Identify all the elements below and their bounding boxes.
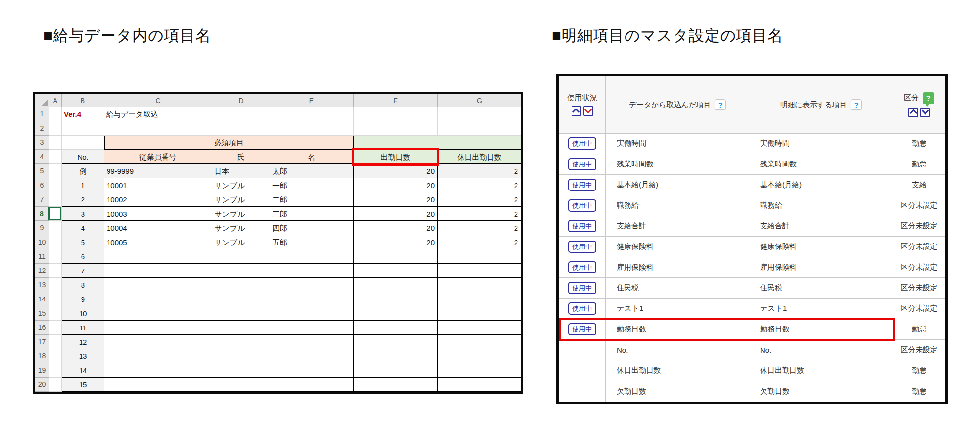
cell-A13[interactable] <box>49 278 62 292</box>
cell-E16[interactable] <box>270 321 354 335</box>
cell-C13[interactable] <box>104 278 212 292</box>
cell-A9[interactable] <box>49 221 62 235</box>
cell-C15[interactable] <box>104 306 212 321</box>
cell-A6[interactable] <box>49 178 62 192</box>
row-header-20[interactable]: 20 <box>35 378 49 392</box>
cell-D20[interactable] <box>212 378 270 392</box>
cell-A17[interactable] <box>49 335 62 349</box>
column-header-F[interactable]: F <box>354 94 438 107</box>
cell-F4-header-attendance-days[interactable]: 出勤日数 <box>354 150 438 164</box>
row-header-12[interactable]: 12 <box>35 264 49 278</box>
cell-B1-version[interactable]: Ver.4 <box>62 107 104 121</box>
cell-B17[interactable]: 12 <box>62 335 104 349</box>
cell-F10[interactable]: 20 <box>354 235 438 249</box>
cell-E12[interactable] <box>270 264 354 278</box>
cell-F18[interactable] <box>354 349 438 363</box>
in-use-button[interactable]: 使用中 <box>568 199 596 212</box>
cell-G17[interactable] <box>438 335 521 349</box>
cell-E11[interactable] <box>270 249 354 264</box>
cell-B10[interactable]: 5 <box>62 235 104 249</box>
cell-E13[interactable] <box>270 278 354 292</box>
cell-C20[interactable] <box>104 378 212 392</box>
cell-C14[interactable] <box>104 292 212 306</box>
row-header-9[interactable]: 9 <box>35 221 49 235</box>
in-use-button[interactable]: 使用中 <box>568 137 596 150</box>
cell-F16[interactable] <box>354 321 438 335</box>
cell-D16[interactable] <box>212 321 270 335</box>
column-header-A[interactable]: A <box>49 94 62 107</box>
cell-D1[interactable] <box>212 107 270 121</box>
cell-A14[interactable] <box>49 292 62 306</box>
cell-E15[interactable] <box>270 306 354 321</box>
cell-A1[interactable] <box>49 107 62 121</box>
cell-D11[interactable] <box>212 249 270 264</box>
cell-G1[interactable] <box>438 107 521 121</box>
cell-B16[interactable]: 11 <box>62 321 104 335</box>
cell-D14[interactable] <box>212 292 270 306</box>
cell-D2[interactable] <box>212 121 270 136</box>
select-all-corner[interactable] <box>35 94 49 107</box>
cell-E17[interactable] <box>270 335 354 349</box>
row-header-8[interactable]: 8 <box>35 207 49 221</box>
cell-E1[interactable] <box>270 107 354 121</box>
cell-A20[interactable] <box>49 378 62 392</box>
help-icon[interactable]: ? <box>715 99 726 110</box>
cell-D9[interactable]: サンプル <box>212 221 270 235</box>
cell-G7[interactable]: 2 <box>438 192 521 207</box>
cell-F2[interactable] <box>354 121 438 136</box>
cell-E20[interactable] <box>270 378 354 392</box>
cell-G14[interactable] <box>438 292 521 306</box>
cell-G19[interactable] <box>438 363 521 378</box>
row-header-4[interactable]: 4 <box>35 150 49 164</box>
cell-A18[interactable] <box>49 349 62 363</box>
cell-E9[interactable]: 四郎 <box>270 221 354 235</box>
cell-A7[interactable] <box>49 192 62 207</box>
cell-C19[interactable] <box>104 363 212 378</box>
cell-F6[interactable]: 20 <box>354 178 438 192</box>
row-header-13[interactable]: 13 <box>35 278 49 292</box>
cell-G11[interactable] <box>438 249 521 264</box>
cell-G15[interactable] <box>438 306 521 321</box>
cell-D15[interactable] <box>212 306 270 321</box>
cell-B4-header-no[interactable]: No. <box>62 150 104 164</box>
cell-B12[interactable]: 7 <box>62 264 104 278</box>
column-header-G[interactable]: G <box>438 94 521 107</box>
cell-D17[interactable] <box>212 335 270 349</box>
cell-B3[interactable] <box>62 136 104 150</box>
cell-C2[interactable] <box>104 121 212 136</box>
cell-C10[interactable]: 10005 <box>104 235 212 249</box>
row-header-11[interactable]: 11 <box>35 249 49 264</box>
cell-A4[interactable] <box>49 150 62 164</box>
row-header-10[interactable]: 10 <box>35 235 49 249</box>
column-header-B[interactable]: B <box>62 94 104 107</box>
cell-C16[interactable] <box>104 321 212 335</box>
cell-G18[interactable] <box>438 349 521 363</box>
cell-F19[interactable] <box>354 363 438 378</box>
cell-A3[interactable] <box>49 136 62 150</box>
cell-G8[interactable]: 2 <box>438 207 521 221</box>
cell-D6[interactable]: サンプル <box>212 178 270 192</box>
cell-F20[interactable] <box>354 378 438 392</box>
cell-F8[interactable]: 20 <box>354 207 438 221</box>
cell-F11[interactable] <box>354 249 438 264</box>
cell-E14[interactable] <box>270 292 354 306</box>
cell-C8[interactable]: 10003 <box>104 207 212 221</box>
cell-E6[interactable]: 一郎 <box>270 178 354 192</box>
cell-A19[interactable] <box>49 363 62 378</box>
cell-A15[interactable] <box>49 306 62 321</box>
cell-F7[interactable]: 20 <box>354 192 438 207</box>
sort-down-button[interactable] <box>920 108 930 117</box>
sort-up-button[interactable] <box>572 106 581 116</box>
column-header-D[interactable]: D <box>212 94 270 107</box>
in-use-button[interactable]: 使用中 <box>568 282 596 295</box>
cell-G20[interactable] <box>438 378 521 392</box>
row-header-7[interactable]: 7 <box>35 192 49 207</box>
cell-E19[interactable] <box>270 363 354 378</box>
column-header-C[interactable]: C <box>104 94 212 107</box>
cell-D7[interactable]: サンプル <box>212 192 270 207</box>
cell-G9[interactable]: 2 <box>438 221 521 235</box>
cell-B9[interactable]: 4 <box>62 221 104 235</box>
cell-C3-required-banner[interactable]: 必須項目 <box>104 136 354 150</box>
in-use-button[interactable]: 使用中 <box>568 302 596 315</box>
cell-D18[interactable] <box>212 349 270 363</box>
